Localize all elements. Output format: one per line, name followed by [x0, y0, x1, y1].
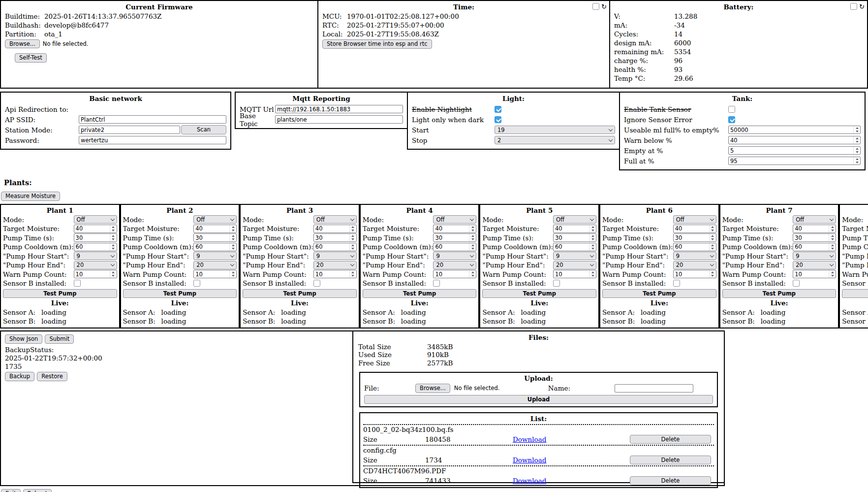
- spinner[interactable]: [229, 234, 236, 241]
- spinner[interactable]: [829, 225, 836, 232]
- spinner[interactable]: [709, 225, 716, 232]
- test-pump-button[interactable]: Test Pump: [602, 289, 716, 298]
- spin-down-icon[interactable]: [591, 248, 594, 250]
- spin-down-icon[interactable]: [232, 275, 235, 277]
- spinner[interactable]: [589, 225, 596, 232]
- spin-down-icon[interactable]: [711, 230, 714, 231]
- spin-down-icon[interactable]: [112, 238, 115, 240]
- spin-down-icon[interactable]: [831, 248, 834, 250]
- delete-button[interactable]: Delete: [630, 456, 711, 465]
- spinner[interactable]: [110, 243, 117, 251]
- spin-up-icon[interactable]: [856, 127, 859, 129]
- test-pump-button[interactable]: Test Pump: [722, 289, 837, 298]
- backup-button[interactable]: Backup: [5, 372, 34, 381]
- spinner[interactable]: [469, 243, 476, 251]
- time-autorefresh-checkbox[interactable]: [592, 3, 599, 10]
- sensor-b-installed-checkbox[interactable]: [74, 280, 81, 287]
- spin-down-icon[interactable]: [112, 248, 115, 250]
- pump-hour-end-select[interactable]: 20: [553, 261, 596, 269]
- warn-pump-count-input[interactable]: [194, 270, 229, 278]
- spin-up-icon[interactable]: [831, 244, 834, 246]
- sensor-b-installed-checkbox[interactable]: [793, 280, 800, 287]
- spin-down-icon[interactable]: [112, 230, 115, 231]
- ignore-sensor-error-checkbox[interactable]: [728, 116, 735, 123]
- upload-button[interactable]: Upload: [364, 395, 713, 404]
- spin-up-icon[interactable]: [591, 235, 594, 237]
- spin-up-icon[interactable]: [112, 271, 115, 273]
- spin-down-icon[interactable]: [591, 230, 594, 231]
- spin-up-icon[interactable]: [856, 148, 859, 150]
- refresh-icon[interactable]: ↻: [601, 3, 607, 10]
- spin-up-icon[interactable]: [351, 271, 354, 273]
- spinner[interactable]: [349, 243, 356, 251]
- warn-pump-count-input[interactable]: [74, 270, 110, 278]
- submit-button[interactable]: Submit: [45, 334, 74, 344]
- spin-up-icon[interactable]: [711, 235, 714, 237]
- spin-up-icon[interactable]: [471, 244, 474, 246]
- spin-down-icon[interactable]: [591, 238, 594, 240]
- reboot-button[interactable]: Reboot: [23, 489, 52, 492]
- spinner[interactable]: [349, 234, 356, 241]
- spin-up-icon[interactable]: [232, 244, 235, 246]
- pump-cooldown-input[interactable]: [674, 243, 709, 251]
- warn-pump-count-input[interactable]: [434, 270, 469, 278]
- ap-ssid-input[interactable]: [79, 115, 226, 124]
- mode-select[interactable]: Off: [433, 215, 476, 224]
- mode-select[interactable]: Off: [673, 215, 716, 224]
- tank-setting-input[interactable]: [729, 136, 853, 144]
- mode-select[interactable]: Off: [74, 215, 117, 224]
- spinner[interactable]: [853, 147, 860, 154]
- target-moisture-input[interactable]: [674, 225, 709, 232]
- spinner[interactable]: [110, 270, 117, 278]
- spin-down-icon[interactable]: [232, 238, 235, 240]
- base-topic-input[interactable]: [275, 115, 403, 124]
- light-start-select[interactable]: 19: [495, 126, 615, 134]
- spin-up-icon[interactable]: [112, 226, 115, 228]
- mode-select[interactable]: Off: [313, 215, 357, 224]
- spin-up-icon[interactable]: [591, 271, 594, 273]
- sensor-b-installed-checkbox[interactable]: [433, 280, 440, 287]
- pump-cooldown-input[interactable]: [194, 243, 229, 251]
- spin-up-icon[interactable]: [471, 226, 474, 228]
- spin-up-icon[interactable]: [351, 244, 354, 246]
- spin-down-icon[interactable]: [471, 238, 474, 240]
- password-input[interactable]: [79, 136, 226, 144]
- tank-setting-input[interactable]: [729, 147, 853, 154]
- spin-up-icon[interactable]: [856, 137, 859, 139]
- spin-down-icon[interactable]: [471, 275, 474, 277]
- spin-down-icon[interactable]: [831, 238, 834, 240]
- show-json-button[interactable]: Show Json: [5, 334, 42, 344]
- light-only-dark-checkbox[interactable]: [495, 116, 501, 123]
- spin-up-icon[interactable]: [112, 235, 115, 237]
- spinner[interactable]: [110, 225, 117, 232]
- firmware-browse-button[interactable]: Browse...: [5, 39, 40, 49]
- spinner[interactable]: [829, 270, 836, 278]
- spin-up-icon[interactable]: [831, 271, 834, 273]
- spin-down-icon[interactable]: [232, 248, 235, 250]
- pump-hour-start-select[interactable]: 9: [74, 252, 117, 260]
- spin-up-icon[interactable]: [591, 244, 594, 246]
- pump-hour-end-select[interactable]: 20: [793, 261, 836, 269]
- spin-up-icon[interactable]: [471, 235, 474, 237]
- spin-down-icon[interactable]: [711, 238, 714, 240]
- spin-down-icon[interactable]: [856, 141, 859, 143]
- refresh-icon[interactable]: ↻: [859, 3, 865, 10]
- spin-up-icon[interactable]: [232, 226, 235, 228]
- target-moisture-input[interactable]: [793, 225, 829, 232]
- spin-down-icon[interactable]: [471, 230, 474, 231]
- warn-pump-count-input[interactable]: [554, 270, 589, 278]
- upload-name-input[interactable]: [615, 384, 693, 393]
- spin-up-icon[interactable]: [711, 244, 714, 246]
- pump-time-input[interactable]: [74, 234, 110, 241]
- pump-cooldown-input[interactable]: [434, 243, 469, 251]
- spinner[interactable]: [589, 243, 596, 251]
- spin-down-icon[interactable]: [471, 248, 474, 250]
- spin-up-icon[interactable]: [831, 226, 834, 228]
- mode-select[interactable]: Off: [553, 215, 596, 224]
- download-link[interactable]: Download: [513, 456, 546, 464]
- warn-pump-count-input[interactable]: [793, 270, 829, 278]
- pump-cooldown-input[interactable]: [314, 243, 349, 251]
- restore-button[interactable]: Restore: [37, 372, 67, 381]
- enable-tank-sensor-checkbox[interactable]: [728, 106, 735, 113]
- mode-select[interactable]: Off: [793, 215, 836, 224]
